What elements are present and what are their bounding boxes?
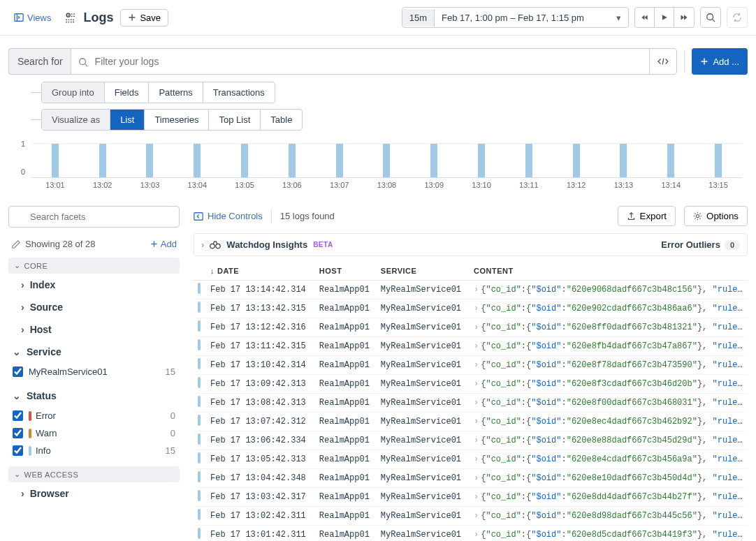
options-button[interactable]: Options [684,206,748,226]
histogram-bar[interactable] [194,144,201,177]
table-row[interactable]: Feb 17 13:14:42.314 RealmApp01 MyRealmSe… [194,281,748,299]
facet-index[interactable]: ›Index [8,274,180,296]
add-button[interactable]: Add ... [692,48,748,75]
facet-status[interactable]: ⌄Status [8,385,180,407]
insights-title: Watchdog Insights [226,239,307,250]
histogram-bar[interactable] [525,144,532,177]
table-row[interactable]: Feb 17 13:02:42.311 RealmApp01 MyRealmSe… [194,507,748,526]
cell-service: MyRealmService01 [377,318,470,337]
col-host[interactable]: HOST [315,262,377,281]
export-label: Export [640,211,667,221]
col-service[interactable]: SERVICE [377,262,470,281]
search-for-label: Search for [8,48,71,75]
x-tick: 13:07 [330,181,349,189]
time-picker[interactable]: 15m Feb 17, 1:00 pm – Feb 17, 1:15 pm ▾ [402,7,629,28]
add-facet-button[interactable]: Add [150,239,177,249]
time-play-button[interactable] [655,8,674,27]
visualize-as-toplist[interactable]: Top List [209,110,261,130]
histogram-bar[interactable] [715,144,722,177]
facet-search-wrap [8,206,180,228]
facet-source[interactable]: ›Source [8,296,180,318]
col-content[interactable]: CONTENT [470,262,748,281]
group-into-fields[interactable]: Fields [105,82,150,103]
status-info-checkbox[interactable] [13,445,23,456]
table-row[interactable]: Feb 17 13:13:42.315 RealmApp01 MyRealmSe… [194,299,748,318]
service-checkbox[interactable] [13,366,23,377]
section-webaccess[interactable]: ⌄ WEB ACCESS [8,466,180,482]
cell-host: RealmApp01 [315,356,377,375]
hide-controls-button[interactable]: Hide Controls [194,211,263,221]
table-row[interactable]: Feb 17 13:07:42.312 RealmApp01 MyRealmSe… [194,413,748,431]
status-marker [198,433,201,445]
showing-label: Showing 28 of 28 [25,239,95,249]
status-error-checkbox[interactable] [13,410,23,421]
status-warn-checkbox[interactable] [13,428,23,438]
search-input[interactable] [95,49,650,74]
histogram-bar[interactable] [241,144,248,177]
time-controls: 15m Feb 17, 1:00 pm – Feb 17, 1:15 pm ▾ [402,7,748,28]
histogram-bar[interactable] [289,144,296,177]
visualize-as-table[interactable]: Table [261,110,302,130]
cell-host: RealmApp01 [315,299,377,318]
chevron-down-icon: ▾ [609,9,628,27]
pencil-icon [11,239,21,249]
facet-value-info[interactable]: Info 15 [8,442,180,459]
zoom-button[interactable] [700,7,721,28]
table-row[interactable]: Feb 17 13:12:42.316 RealmApp01 MyRealmSe… [194,318,748,337]
histogram-bar[interactable] [52,144,59,177]
table-row[interactable]: Feb 17 13:04:42.348 RealmApp01 MyRealmSe… [194,469,748,488]
status-marker [198,471,201,482]
histogram-bar[interactable] [573,144,580,177]
histogram-bar[interactable] [667,144,674,177]
histogram-bar[interactable] [383,144,390,177]
section-core[interactable]: ⌄ CORE [8,258,180,274]
histogram-bar[interactable] [99,144,106,177]
views-button[interactable]: Views [8,10,57,26]
table-row[interactable]: Feb 17 13:10:42.314 RealmApp01 MyRealmSe… [194,356,748,375]
histogram-bar[interactable] [146,144,153,177]
col-date[interactable]: ↓DATE [206,262,315,281]
table-row[interactable]: Feb 17 13:03:42.317 RealmApp01 MyRealmSe… [194,488,748,507]
visualize-as-timeseries[interactable]: Timeseries [145,110,209,130]
histogram-bar[interactable] [430,144,437,177]
x-tick: 13:04 [188,181,208,189]
facet-host[interactable]: ›Host [8,318,180,341]
hide-controls-label: Hide Controls [208,211,263,221]
table-row[interactable]: Feb 17 13:09:42.313 RealmApp01 MyRealmSe… [194,375,748,394]
table-row[interactable]: Feb 17 13:06:42.334 RealmApp01 MyRealmSe… [194,431,748,450]
facet-browser[interactable]: ›Browser [8,482,180,505]
group-into-transactions[interactable]: Transactions [203,82,275,103]
export-button[interactable]: Export [618,206,676,226]
status-marker [198,377,201,388]
title-group: Logs [64,10,113,25]
save-button[interactable]: Save [120,9,168,27]
time-next-button[interactable] [674,8,694,27]
facet-value-error[interactable]: Error 0 [8,407,180,424]
facet-service[interactable]: ⌄Service [8,341,180,363]
svg-marker-10 [641,15,644,20]
code-mode-toggle[interactable] [649,49,676,74]
facet-value-service[interactable]: MyRealmService01 15 [8,363,180,380]
code-icon [657,57,669,66]
refresh-button[interactable] [727,7,748,28]
table-row[interactable]: Feb 17 13:11:42.315 RealmApp01 MyRealmSe… [194,337,748,356]
table-row[interactable]: Feb 17 13:08:42.313 RealmApp01 MyRealmSe… [194,394,748,413]
facet-search-input[interactable] [8,206,180,228]
facet-value-warn[interactable]: Warn 0 [8,424,180,442]
time-prev-button[interactable] [635,8,655,27]
insights-bar[interactable]: › Watchdog Insights BETA Error Outliers … [194,233,748,256]
cell-service: MyRealmService01 [377,488,470,507]
visualize-as-list[interactable]: List [110,110,145,130]
visualize-as-label: Visualize as [42,110,110,130]
cell-service: MyRealmService01 [377,413,470,431]
rewind-icon [641,13,648,22]
cell-host: RealmApp01 [315,281,377,299]
table-row[interactable]: Feb 17 13:01:42.311 RealmApp01 MyRealmSe… [194,526,748,542]
views-label: Views [27,13,51,23]
cell-host: RealmApp01 [315,488,377,507]
histogram-bar[interactable] [336,144,343,177]
histogram-bar[interactable] [478,144,485,177]
histogram-bar[interactable] [620,144,627,177]
table-row[interactable]: Feb 17 13:05:42.313 RealmApp01 MyRealmSe… [194,450,748,469]
group-into-patterns[interactable]: Patterns [149,82,203,103]
